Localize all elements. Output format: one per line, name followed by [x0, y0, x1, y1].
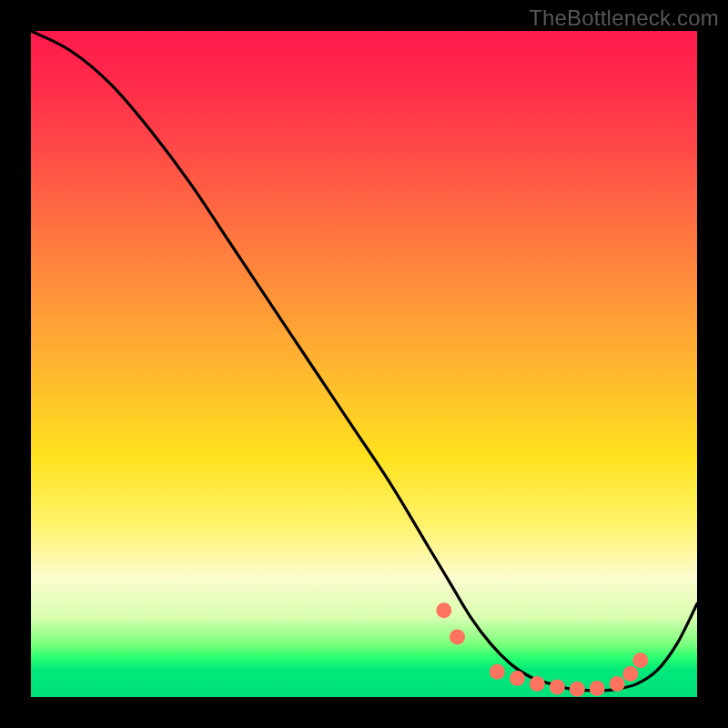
- curve-marker: [632, 652, 648, 668]
- curve-marker: [450, 630, 465, 645]
- curve-marker: [490, 664, 505, 680]
- curve-marker: [570, 682, 585, 697]
- curve-marker: [436, 602, 451, 618]
- curve-marker: [510, 671, 525, 686]
- curve-marker: [622, 666, 638, 682]
- curve-svg: [31, 31, 697, 697]
- bottleneck-curve: [31, 31, 697, 691]
- curve-marker: [530, 676, 545, 692]
- curve-marker: [610, 676, 625, 692]
- chart-frame: TheBottleneck.com: [0, 0, 728, 728]
- curve-marker: [590, 681, 605, 696]
- curve-markers: [436, 602, 648, 696]
- plot-area: [31, 31, 697, 697]
- watermark-text: TheBottleneck.com: [529, 5, 719, 31]
- curve-marker: [550, 680, 565, 695]
